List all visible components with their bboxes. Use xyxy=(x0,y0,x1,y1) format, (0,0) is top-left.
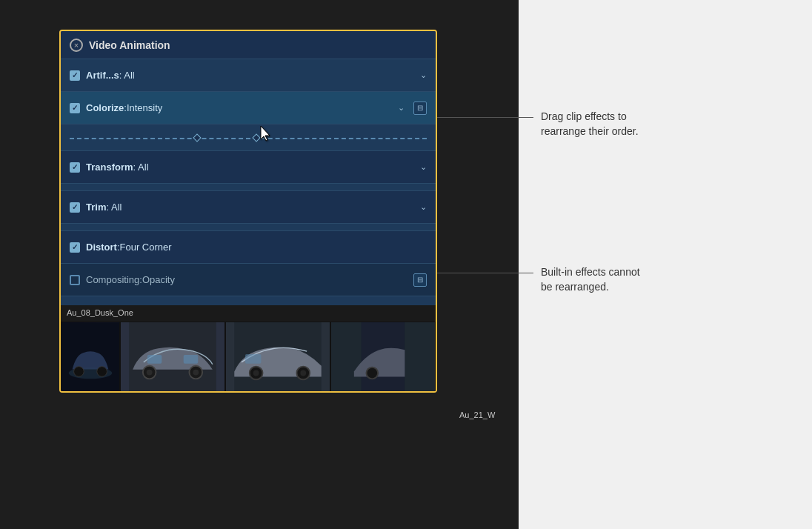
effect-row-distort: Distort:Four Corner xyxy=(61,231,436,264)
svg-point-18 xyxy=(366,367,378,379)
effect-label-colorize: Colorize:Intensity xyxy=(86,102,395,113)
close-button[interactable]: × xyxy=(70,39,83,52)
checkbox-distort[interactable] xyxy=(70,242,80,253)
spacer-1 xyxy=(61,184,436,191)
dropdown-arrow-trim[interactable]: ⌄ xyxy=(420,202,427,212)
annotation-line-top xyxy=(437,117,526,118)
filmstrip xyxy=(61,322,436,391)
film-frame-4 xyxy=(330,322,436,391)
panel-title: Video Animation xyxy=(89,39,170,51)
checkbox-colorize[interactable] xyxy=(70,103,80,113)
annotation-background xyxy=(519,0,812,529)
keyframe-diamond-1[interactable] xyxy=(193,133,201,142)
car-svg-3 xyxy=(226,322,330,391)
keyframe-dashed-line xyxy=(70,138,427,139)
svg-point-16 xyxy=(300,370,306,376)
annotation-drag-text: Drag clip effects to rearrange their ord… xyxy=(541,110,653,139)
dropdown-arrow-artifacts[interactable]: ⌄ xyxy=(420,70,427,80)
effect-row-transform: Transform: All ⌄ xyxy=(61,151,436,184)
svg-rect-5 xyxy=(147,355,162,364)
annotation-dash-top xyxy=(519,117,533,118)
effect-row-artifacts[interactable]: Artif...s: All ⌄ xyxy=(61,59,436,92)
effect-row-colorize[interactable]: Colorize:Intensity ⌄ xyxy=(61,92,436,124)
effect-label-trim: Trim: All xyxy=(86,202,417,213)
effect-label-distort: Distort:Four Corner xyxy=(86,242,427,253)
expand-button-colorize[interactable] xyxy=(413,102,427,115)
annotation-builtin-text: Built-in effects cannot be rearranged. xyxy=(541,265,655,294)
svg-point-3 xyxy=(97,367,107,377)
svg-point-9 xyxy=(147,370,153,376)
video-animation-panel: × Video Animation Artif...s: All ⌄ Color… xyxy=(59,30,437,393)
panel-header: × Video Animation xyxy=(61,31,436,59)
dropdown-arrow-transform[interactable]: ⌄ xyxy=(420,162,427,172)
effect-row-trim: Trim: All ⌄ xyxy=(61,191,436,224)
checkbox-compositing-empty[interactable] xyxy=(70,275,80,285)
panel-timeline-area: Au_08_Dusk_One xyxy=(61,305,436,391)
checkbox-transform[interactable] xyxy=(70,162,80,173)
keyframe-diamond-2[interactable] xyxy=(252,133,260,142)
film-frame-2 xyxy=(120,322,225,391)
expand-button-compositing[interactable] xyxy=(413,273,427,287)
annotation-drag: Drag clip effects to rearrange their ord… xyxy=(519,110,812,139)
timeline-label-right: Au_21_W xyxy=(459,410,495,419)
spacer-2 xyxy=(61,224,436,231)
svg-rect-6 xyxy=(184,355,199,364)
timeline-label-panel: Au_08_Dusk_One xyxy=(61,305,436,320)
dropdown-arrow-colorize[interactable]: ⌄ xyxy=(398,103,405,113)
car-svg-2 xyxy=(121,322,224,391)
effect-label-compositing: Compositing:Opacity xyxy=(86,274,413,285)
film-frame-3 xyxy=(225,322,330,391)
annotation-builtin: Built-in effects cannot be rearranged. xyxy=(519,265,812,294)
annotation-dash-bottom xyxy=(519,273,533,273)
svg-point-2 xyxy=(74,367,84,377)
checkbox-artifacts[interactable] xyxy=(70,70,80,81)
effect-row-compositing: Compositing:Opacity xyxy=(61,264,436,296)
film-frame-1 xyxy=(61,322,120,391)
svg-rect-12 xyxy=(245,354,262,364)
effect-label-artifacts: Artif...s: All xyxy=(86,70,417,81)
car-svg-1 xyxy=(61,322,119,391)
keyframe-area xyxy=(61,124,436,151)
car-svg-4 xyxy=(331,322,435,391)
checkbox-trim[interactable] xyxy=(70,202,80,213)
svg-point-15 xyxy=(253,370,259,376)
svg-point-10 xyxy=(193,370,199,376)
effect-label-transform: Transform: All xyxy=(86,162,417,173)
annotation-line-bottom xyxy=(437,273,526,273)
